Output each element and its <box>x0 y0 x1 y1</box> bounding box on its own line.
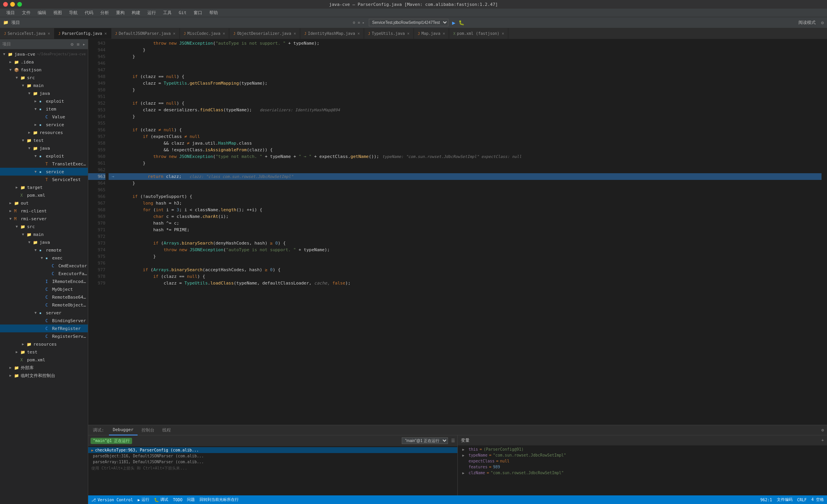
tab-close-icon[interactable]: × <box>48 31 50 36</box>
frame-item-2[interactable]: parseArray:1181, DefaultJSONParser (com.… <box>88 459 457 465</box>
tab-close-icon[interactable]: × <box>105 31 107 36</box>
tree-item-main[interactable]: ▼ 📁 main <box>0 82 88 89</box>
menu-edit[interactable]: 编辑 <box>34 9 49 16</box>
tree-item-remote[interactable]: ▼ ▪ remote <box>0 246 88 254</box>
run-status[interactable]: ▶ 运行 <box>138 497 149 502</box>
var-item-clzname[interactable]: ▶ clzName = "com.sun.rowset.JdbcRowSetIm… <box>458 470 827 476</box>
tab-typeutils[interactable]: J TypeUtils.java × <box>364 28 414 39</box>
tab-close-icon[interactable]: × <box>443 31 445 36</box>
tree-item-exec[interactable]: ▼ ▪ exec <box>0 254 88 262</box>
vcs-status[interactable]: ⎇ Version Control <box>91 498 133 502</box>
tree-item-value[interactable]: C Value <box>0 113 88 121</box>
tree-item-translet-executor-test[interactable]: T TransletExecutorTest <box>0 160 88 168</box>
var-item-features[interactable]: features = 989 <box>458 464 827 470</box>
tree-item-cmd-executor[interactable]: C CmdExecutor <box>0 262 88 270</box>
tree-item-out[interactable]: ▶ 📁 out <box>0 199 88 207</box>
menu-file[interactable]: 文件 <box>19 9 34 16</box>
tree-item-test-service[interactable]: ▼ ▪ service <box>0 168 88 176</box>
tree-item-pom-rmi[interactable]: X pom.xml <box>0 356 88 364</box>
tree-item-scratch[interactable]: ▶ 📁 临时文件和控制台 <box>0 372 88 379</box>
debug-tab-console[interactable]: 调试: <box>88 425 109 435</box>
menu-git[interactable]: Git <box>176 9 190 16</box>
tab-servicetest[interactable]: J ServiceTest.java × <box>0 28 54 39</box>
tree-item-test[interactable]: ▼ 📁 test <box>0 136 88 144</box>
menu-refactor[interactable]: 重构 <box>113 9 128 16</box>
tree-item-rmi-resources[interactable]: ▶ 📁 resources <box>0 340 88 348</box>
run-config-select[interactable]: ServiceTest.jdbcRowSetImpl14247Test <box>369 19 448 26</box>
settings-icon[interactable]: ⚙ <box>821 20 824 25</box>
vars-tab[interactable]: 变量 <box>461 437 470 443</box>
minimize-button[interactable] <box>10 2 15 7</box>
cursor-position[interactable]: 962:1 <box>760 498 772 502</box>
tab-identityhashmap[interactable]: J IdentityHashMap.java × <box>300 28 364 39</box>
debug-tab-debugger[interactable]: Debugger <box>109 425 138 435</box>
tab-misccodec[interactable]: J MiscCodec.java × <box>180 28 230 39</box>
sidebar-gear-icon[interactable]: ⚙ <box>71 42 73 47</box>
tree-item-resources-main[interactable]: ▶ 📁 resources <box>0 129 88 136</box>
tree-item-binding-server[interactable]: C BindingServer <box>0 317 88 325</box>
code-content[interactable]: throw new JSONException("autoType is not… <box>109 39 822 425</box>
frame-item-0[interactable]: ▶ checkAutoType:963, ParserConfig (com.a… <box>88 447 457 453</box>
debug-run-button[interactable]: 🐛 <box>459 20 464 25</box>
tree-item-iremote-encoder[interactable]: I IRemoteEncoder <box>0 277 88 285</box>
project-toggle[interactable]: 📁 项目 <box>3 20 20 25</box>
sidebar-settings-icon[interactable]: ▸ <box>83 42 85 47</box>
tree-item-register-server[interactable]: C RegisterServer <box>0 332 88 340</box>
tab-close-icon[interactable]: × <box>407 31 410 36</box>
tree-item-rmi-server[interactable]: ▼ M rmi-server <box>0 215 88 223</box>
menu-help[interactable]: 帮助 <box>206 9 221 16</box>
menu-navigate[interactable]: 导航 <box>66 9 81 16</box>
debug-tab-output[interactable]: 控制台 <box>138 425 158 435</box>
tree-item-test-exploit[interactable]: ▼ ▪ exploit <box>0 152 88 160</box>
indentation-status[interactable]: 4 空格 <box>811 497 824 502</box>
tab-pomxml[interactable]: X pom.xml (fastjson) × <box>449 28 508 39</box>
tree-item-service-main[interactable]: ▶ ▪ service <box>0 121 88 129</box>
line-ending-status[interactable]: CRLF <box>797 498 807 502</box>
menu-view[interactable]: 视图 <box>50 9 65 16</box>
tab-objectdeserializer[interactable]: J ObjectDeserializer.java × <box>229 28 300 39</box>
todo-status[interactable]: TODO <box>173 498 182 502</box>
tab-close-icon[interactable]: × <box>502 31 504 36</box>
menu-tools[interactable]: 工具 <box>160 9 175 16</box>
var-item-typename[interactable]: ▶ typeName = "com.sun.rowset.JdbcRowSetI… <box>458 452 827 458</box>
tab-parserconfig[interactable]: J ParserConfig.java × <box>54 28 111 39</box>
tree-item-server[interactable]: ▼ ▪ server <box>0 309 88 317</box>
debug-status[interactable]: 🐛 调试 <box>154 497 168 502</box>
tree-item-idea[interactable]: ▶ 📁 .idea <box>0 58 88 66</box>
tree-item-target[interactable]: ▶ 📁 target <box>0 183 88 191</box>
vars-add-icon[interactable]: + <box>821 438 824 443</box>
problems-status[interactable]: 问题 <box>187 497 195 502</box>
close-button[interactable] <box>3 2 8 7</box>
menu-project[interactable]: 项目 <box>3 9 18 16</box>
run-button[interactable]: ▶ <box>452 20 455 26</box>
frame-item-1[interactable]: parseObject:316, DefaultJSONParser (com.… <box>88 453 457 459</box>
tree-item-item[interactable]: ▼ ▪ item <box>0 105 88 113</box>
read-mode-button[interactable]: 阅读模式 <box>798 20 816 25</box>
encoding-status[interactable]: 文件编码 <box>777 497 793 502</box>
tab-close-icon[interactable]: × <box>173 31 175 36</box>
tab-defaultjsonparser[interactable]: J DefaultJSONParser.java × <box>111 28 180 39</box>
tab-close-icon[interactable]: × <box>294 31 296 36</box>
tree-item-rmi-java[interactable]: ▼ 📁 java <box>0 238 88 246</box>
tab-close-icon[interactable]: × <box>357 31 360 36</box>
maximize-button[interactable] <box>17 2 22 7</box>
menu-analyze[interactable]: 分析 <box>97 9 112 16</box>
thread-selector[interactable]: "main"@1 正在运行 <box>402 437 448 444</box>
tree-item-external-libs[interactable]: ▶ 📁 外部库 <box>0 364 88 372</box>
tree-item-ref-register[interactable]: C RefRegister <box>0 325 88 332</box>
var-item-expectclass[interactable]: expectClass = null <box>458 458 827 464</box>
tree-item-java-cve[interactable]: ▼ 📁 java-cve ~/IdeaProjects/java-cve <box>0 50 88 58</box>
debug-settings-icon[interactable]: ⚙ <box>818 428 827 433</box>
tree-item-main-java[interactable]: ▼ 📁 java <box>0 89 88 97</box>
tree-item-my-object[interactable]: C MyObject <box>0 285 88 293</box>
sidebar-collapse-icon[interactable]: ≡ <box>77 42 80 47</box>
tree-item-executor-factory[interactable]: C ExecutorFactory <box>0 270 88 277</box>
tab-close-icon[interactable]: × <box>223 31 225 36</box>
menu-window[interactable]: 窗口 <box>190 9 205 16</box>
tree-item-rmi-test[interactable]: ▶ 📁 test <box>0 348 88 356</box>
tree-item-service-test[interactable]: T ServiceTest <box>0 176 88 183</box>
tree-item-rmi-src[interactable]: ▼ 📁 src <box>0 223 88 230</box>
tree-item-pom-fastjson[interactable]: X pom.xml <box>0 191 88 199</box>
tree-item-test-java[interactable]: ▼ 📁 java <box>0 144 88 152</box>
tree-item-src[interactable]: ▼ 📁 src <box>0 74 88 82</box>
